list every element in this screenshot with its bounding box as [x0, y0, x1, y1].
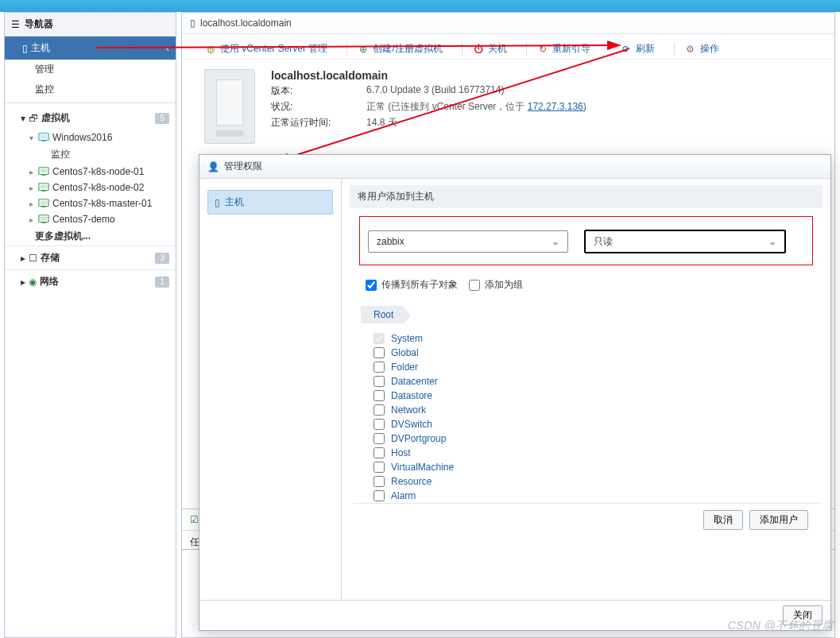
perm-checkbox[interactable]	[374, 419, 385, 430]
navigator-title-bar: ☰ 导航器	[5, 13, 176, 37]
tool-actions[interactable]: ⚙ 操作	[674, 42, 729, 56]
vm-tree-sub-monitor[interactable]: 监控	[5, 145, 176, 164]
nav-item-host[interactable]: ▯ 主机 ‹	[5, 37, 176, 60]
tool-reboot[interactable]: ↻ 重新引导	[526, 42, 600, 56]
perm-checkbox[interactable]	[374, 404, 385, 416]
vm-folder-icon: 🗗	[29, 113, 38, 124]
nav-storage[interactable]: ▸ ☐ 存储 3	[5, 246, 176, 269]
nav-vm-header-label: 虚拟机	[41, 111, 70, 125]
perm-item-alarm[interactable]: Alarm	[374, 489, 819, 503]
vm-tree-item[interactable]: ▸Centos7-demo	[5, 211, 176, 227]
perm-label: Alarm	[391, 490, 416, 501]
perm-label: Global	[391, 347, 419, 358]
perm-checkbox[interactable]	[374, 433, 385, 444]
expander-icon[interactable]: ▸	[21, 253, 25, 264]
perm-breadcrumb-root[interactable]: Root	[361, 306, 403, 323]
vm-icon	[38, 182, 49, 193]
vm-tree-item[interactable]: ▸Centos7-k8s-master-01	[5, 195, 176, 211]
perm-item-host[interactable]: Host	[374, 446, 819, 460]
host-icon: ▯	[22, 43, 28, 54]
register-vm-icon: ⊕	[357, 43, 370, 56]
vcenter-ip-link[interactable]: 172.27.3.136	[528, 101, 583, 112]
red-outline-annotation: zabbix ⌄ 只读 ⌄	[359, 216, 813, 265]
vm-name: Windows2016	[52, 132, 112, 143]
expander-icon[interactable]: ▸	[27, 184, 35, 192]
perm-checkbox[interactable]	[374, 447, 385, 458]
expander-icon[interactable]: ▾	[21, 113, 25, 124]
vm-tree: ▾Windows2016监控▸Centos7-k8s-node-01▸Cento…	[5, 130, 176, 246]
expander-icon[interactable]: ▾	[27, 133, 35, 142]
shutdown-icon: ⏻	[472, 43, 485, 56]
perm-item-dvswitch[interactable]: DVSwitch	[374, 417, 819, 431]
role-select[interactable]: 只读 ⌄	[584, 230, 786, 253]
user-select[interactable]: zabbix ⌄	[368, 230, 568, 253]
nav-storage-label: 存储	[41, 251, 60, 265]
perm-item-system[interactable]: System	[374, 331, 819, 346]
tool-register-vm[interactable]: ⊕ 创建/注册虚拟机	[346, 42, 451, 56]
btn-add-user[interactable]: 添加用户	[749, 510, 808, 530]
perm-label: Resource	[391, 476, 432, 487]
perm-item-dvportgroup[interactable]: DVPortgroup	[374, 431, 819, 446]
gear-icon: ⚙	[684, 43, 697, 56]
tasks-icon: ☑	[190, 514, 199, 525]
dialog-titlebar[interactable]: 👤 管理权限	[199, 155, 830, 179]
perm-item-datastore[interactable]: Datastore	[374, 389, 819, 403]
nav-network[interactable]: ▸ ◉ 网络 1	[5, 269, 176, 293]
vm-tree-item[interactable]: ▸Centos7-k8s-node-01	[5, 164, 176, 180]
perm-item-virtualmachine[interactable]: VirtualMachine	[374, 460, 819, 474]
app-top-strip	[0, 0, 840, 12]
permissions-list: SystemGlobalFolderDatacenterDatastoreNet…	[353, 331, 819, 503]
network-count-badge: 1	[155, 276, 169, 288]
chk-addgroup-box[interactable]	[469, 280, 480, 291]
dialog-title: 管理权限	[224, 160, 262, 173]
role-select-value: 只读	[594, 235, 613, 249]
storage-count-badge: 3	[155, 253, 169, 264]
vm-tree-item[interactable]: ▸Centos7-k8s-node-02	[5, 180, 176, 195]
vm-count-badge: 5	[155, 113, 169, 124]
perm-label: DVSwitch	[391, 419, 432, 430]
nav-host-sub-manage[interactable]: 管理	[5, 60, 176, 79]
host-icon: ▯	[215, 197, 220, 208]
perm-label: Network	[391, 404, 426, 416]
perm-checkbox[interactable]	[374, 390, 385, 401]
dialog-side-item-host[interactable]: ▯ 主机	[207, 190, 333, 215]
perm-checkbox[interactable]	[374, 490, 385, 501]
chk-propagate-box[interactable]	[366, 280, 377, 291]
expander-icon[interactable]: ▸	[27, 215, 35, 224]
vm-name: Centos7-k8s-node-02	[52, 182, 144, 193]
perm-checkbox[interactable]	[374, 376, 385, 387]
btn-cancel[interactable]: 取消	[703, 510, 743, 530]
perm-checkbox[interactable]	[374, 362, 385, 373]
perm-checkbox[interactable]	[374, 476, 385, 487]
nav-host-sub-monitor[interactable]: 监控	[5, 79, 176, 99]
user-select-value: zabbix	[377, 236, 405, 247]
svg-rect-1	[41, 135, 48, 139]
perm-item-network[interactable]: Network	[374, 403, 819, 417]
expander-icon[interactable]: ▸	[21, 276, 25, 288]
chevron-down-icon: ⌄	[768, 236, 776, 247]
host-title: localhost.localdomain	[271, 69, 586, 82]
chk-add-as-group[interactable]: 添加为组	[469, 278, 523, 292]
vm-tree-more[interactable]: 更多虚拟机...	[5, 227, 176, 246]
chk-propagate[interactable]: 传播到所有子对象	[366, 278, 458, 292]
tool-refresh[interactable]: ⟳ 刷新	[610, 42, 664, 56]
vm-icon	[38, 166, 49, 177]
btn-close[interactable]: 关闭	[783, 605, 823, 625]
permissions-dialog: 👤 管理权限 ▯ 主机 将用户添加到主机 zabbix ⌄ 只读 ⌄	[199, 154, 831, 631]
perm-checkbox[interactable]	[374, 462, 385, 473]
nav-vm-header[interactable]: ▾ 🗗 虚拟机 5	[5, 106, 176, 130]
user-icon: 👤	[207, 161, 219, 172]
tool-vcenter[interactable]: ◍ 使用 vCenter Server 管理	[204, 42, 337, 56]
perm-checkbox[interactable]	[374, 347, 385, 358]
perm-item-datacenter[interactable]: Datacenter	[374, 374, 819, 389]
svg-rect-3	[41, 169, 48, 173]
expander-icon[interactable]: ▸	[27, 199, 35, 208]
perm-item-resource[interactable]: Resource	[374, 474, 819, 489]
perm-label: Datastore	[391, 390, 432, 401]
tool-shutdown[interactable]: ⏻ 关机	[462, 42, 517, 56]
perm-item-global[interactable]: Global	[374, 346, 819, 360]
vm-icon	[38, 132, 49, 143]
expander-icon[interactable]: ▸	[27, 168, 35, 176]
vm-tree-item[interactable]: ▾Windows2016	[5, 130, 176, 145]
perm-item-folder[interactable]: Folder	[374, 360, 819, 374]
